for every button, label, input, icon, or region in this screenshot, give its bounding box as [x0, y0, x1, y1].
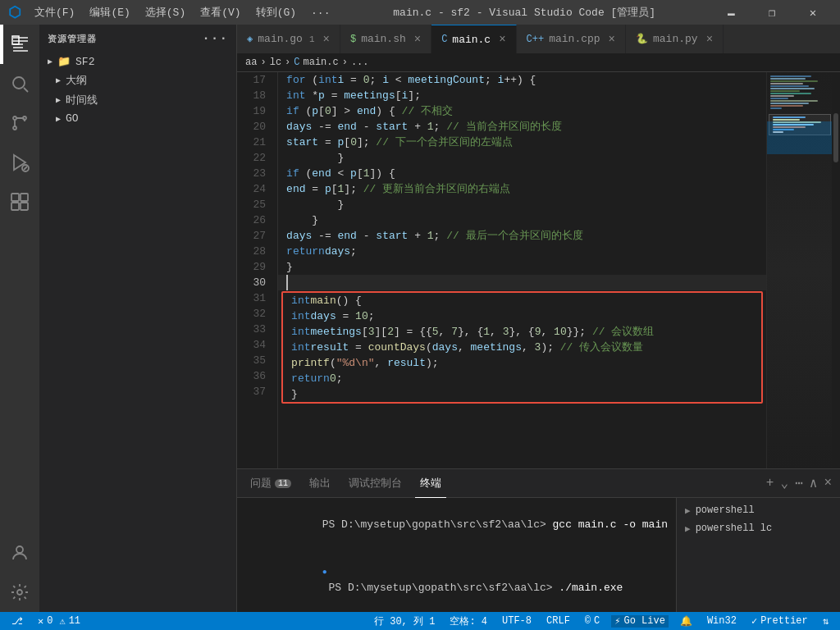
menu-edit[interactable]: 编辑(E)	[83, 3, 136, 21]
statusbar-platform[interactable]: Win32	[704, 615, 740, 627]
statusbar-go-live[interactable]: ⚡ Go Live	[611, 615, 669, 628]
source-control-icon: ⎇	[11, 615, 23, 628]
terminal-tab-debug[interactable]: 调试控制台	[344, 469, 407, 498]
restore-button[interactable]: ❐	[753, 0, 791, 25]
line-num-28: 28	[237, 244, 271, 259]
tab-mainc[interactable]: C main.c ×	[431, 25, 516, 53]
terminal-split-button[interactable]: ⋯	[795, 475, 803, 491]
activity-run[interactable]	[0, 143, 39, 182]
chevron-right-icon: ▶	[56, 95, 61, 105]
menu-goto[interactable]: 转到(G)	[249, 3, 303, 21]
terminal-powershell-item[interactable]: ▶ powershell	[677, 501, 840, 519]
statusbar-notification[interactable]: 🔔	[677, 615, 696, 628]
activity-accounts[interactable]	[0, 533, 39, 573]
tab-close-button[interactable]: ×	[414, 33, 421, 46]
terminal-tab-problems[interactable]: 问题 11	[245, 469, 296, 498]
sidebar-item-timeline[interactable]: ▶ 时间线	[39, 90, 236, 110]
prettier-icon: ✓	[751, 615, 757, 628]
statusbar-position[interactable]: 行 30, 列 1	[371, 614, 438, 628]
terminal-powershell-lc-item[interactable]: ▶ powershell lc	[677, 519, 840, 537]
breadcrumb-mainc[interactable]: main.c	[304, 57, 339, 68]
line-num-37: 37	[237, 384, 271, 399]
sidebar-item-go[interactable]: ▶ GO	[39, 110, 236, 127]
minimize-button[interactable]: 🗕	[712, 0, 750, 25]
terminal-add-button[interactable]: +	[766, 476, 774, 491]
scroll-thumb[interactable]	[833, 113, 838, 162]
tab-maingo[interactable]: ◈ main.go 1 ×	[237, 25, 340, 53]
close-button[interactable]: ✕	[794, 0, 832, 25]
statusbar-spaces[interactable]: 空格: 4	[446, 614, 491, 628]
terminal-tab-bar: 问题 11 输出 调试控制台 终端 + ⌄ ⋯ ∧ ×	[237, 469, 840, 498]
tab-mainpy[interactable]: 🐍 main.py ×	[626, 25, 724, 53]
window-title: main.c - sf2 - Visual Studio Code [管理员]	[336, 5, 712, 20]
terminal-maximize-button[interactable]: ∧	[810, 475, 818, 491]
terminal-more-button[interactable]: ⌄	[780, 475, 788, 491]
svg-line-7	[24, 167, 27, 170]
line-num-22: 22	[237, 150, 271, 166]
sidebar-item-outline[interactable]: ▶ 大纲	[39, 71, 236, 90]
editor-scrollbar[interactable]	[832, 72, 840, 468]
editor-tabs: ◈ main.go 1 × $ main.sh × C main.c × C++…	[237, 25, 840, 53]
breadcrumb-aa[interactable]: aa	[245, 57, 257, 68]
svg-point-12	[16, 546, 23, 553]
line-num-18: 18	[237, 88, 271, 103]
sidebar-more-button[interactable]: ···	[202, 31, 228, 46]
line-num-23: 23	[237, 166, 271, 181]
svg-point-2	[13, 116, 16, 120]
code-line-25: }	[278, 197, 766, 212]
activity-extensions[interactable]	[0, 182, 39, 221]
debug-console-label: 调试控制台	[349, 476, 402, 491]
code-line-30	[278, 275, 766, 290]
breadcrumb-more[interactable]: ...	[351, 57, 369, 68]
code-line-18: int *p = meetings[i];	[278, 88, 766, 103]
code-line-26: }	[278, 212, 766, 228]
spaces-label: 空格: 4	[450, 614, 487, 628]
activity-search[interactable]	[0, 64, 39, 103]
chevron-right-icon: ▶	[56, 75, 61, 85]
terminal-tab-output[interactable]: 输出	[304, 469, 336, 498]
terminal-close-button[interactable]: ×	[824, 476, 832, 491]
statusbar-branch[interactable]: ⎇	[8, 615, 26, 628]
code-body[interactable]: for (int i = 0; i < meetingCount; i++) {…	[278, 72, 766, 468]
sidebar: 资源管理器 ··· ▶ 📁 SF2 ▶ 大纲 ▶ 时间线 ▶ GO	[39, 25, 237, 612]
tab-label: main.sh	[361, 33, 406, 45]
activity-source-control[interactable]	[0, 103, 39, 143]
line-num-20: 20	[237, 119, 271, 135]
tab-close-button[interactable]: ×	[323, 33, 330, 46]
statusbar-errors[interactable]: ✕ 0 ⚠ 11	[34, 615, 84, 628]
tab-close-button[interactable]: ×	[706, 33, 713, 46]
tab-close-button[interactable]: ×	[609, 33, 615, 46]
menu-view[interactable]: 查看(V)	[194, 3, 247, 21]
activity-settings[interactable]	[0, 573, 39, 612]
statusbar-line-ending[interactable]: CRLF	[543, 615, 573, 627]
terminal-output[interactable]: PS D:\mysetup\gopath\src\sf2\aa\lc> gcc …	[237, 498, 676, 612]
bell-icon: 🔔	[680, 615, 692, 628]
tab-maincpp[interactable]: C++ main.cpp ×	[517, 25, 626, 53]
folder-icon: 📁	[57, 55, 71, 68]
activity-bar	[0, 25, 39, 612]
breadcrumb-lc[interactable]: lc	[270, 57, 281, 68]
menu-file[interactable]: 文件(F)	[28, 3, 81, 21]
svg-point-0	[13, 77, 25, 89]
statusbar-language[interactable]: © C	[582, 615, 603, 627]
code-line-21: start = p[0]; // 下一个合并区间的左端点	[278, 135, 766, 150]
go-live-icon: ⚡	[614, 615, 620, 628]
menu-more[interactable]: ...	[304, 3, 336, 21]
terminal-line-1: PS D:\mysetup\gopath\src\sf2\aa\lc> gcc …	[245, 501, 668, 548]
terminal-tab-terminal[interactable]: 终端	[415, 469, 446, 498]
statusbar-remote[interactable]: ⇅	[819, 615, 832, 628]
tab-label: main.py	[653, 33, 698, 45]
sidebar-header: 资源管理器 ···	[39, 25, 236, 52]
titlebar: ⬡ 文件(F) 编辑(E) 选择(S) 查看(V) 转到(G) ... main…	[0, 0, 840, 25]
activity-explorer[interactable]	[0, 25, 39, 64]
breadcrumb-sep: ›	[285, 57, 290, 68]
sidebar-item-sf2[interactable]: ▶ 📁 SF2	[39, 52, 236, 71]
tab-mainsh[interactable]: $ main.sh ×	[340, 25, 431, 53]
svg-line-1	[24, 88, 28, 92]
line-ending-label: CRLF	[546, 615, 570, 627]
statusbar-encoding[interactable]: UTF-8	[499, 615, 535, 627]
menu-select[interactable]: 选择(S)	[139, 3, 192, 21]
tab-close-button[interactable]: ×	[499, 33, 505, 46]
code-line-23: if (end < p[1]) {	[278, 166, 766, 181]
statusbar-prettier[interactable]: ✓ Prettier	[748, 615, 811, 628]
